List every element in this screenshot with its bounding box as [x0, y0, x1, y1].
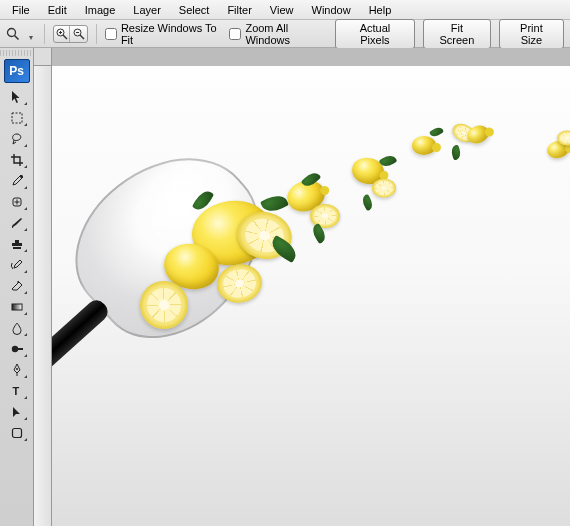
- crop-tool[interactable]: [5, 150, 29, 170]
- clone-stamp-tool[interactable]: [5, 234, 29, 254]
- svg-line-3: [63, 35, 67, 39]
- separator: [44, 24, 45, 44]
- lemon-whole: [412, 136, 436, 155]
- tools-panel: Ps T: [0, 48, 34, 526]
- zoom-mode-toggle[interactable]: [53, 25, 88, 43]
- gradient-tool[interactable]: [5, 297, 29, 317]
- eyedropper-tool[interactable]: [5, 171, 29, 191]
- menu-window[interactable]: Window: [304, 2, 359, 18]
- panel-grip[interactable]: [0, 50, 33, 56]
- svg-line-1: [15, 35, 19, 39]
- svg-rect-15: [12, 304, 22, 310]
- svg-point-0: [8, 28, 16, 36]
- vertical-ruler[interactable]: [34, 66, 52, 526]
- type-tool[interactable]: T: [5, 381, 29, 401]
- ruler-origin[interactable]: [34, 48, 52, 66]
- fit-screen-button[interactable]: Fit Screen: [423, 19, 491, 49]
- menu-select[interactable]: Select: [171, 2, 218, 18]
- zoom-in-icon[interactable]: [54, 26, 71, 42]
- menu-file[interactable]: File: [4, 2, 38, 18]
- pen-tool[interactable]: [5, 360, 29, 380]
- marquee-tool[interactable]: [5, 108, 29, 128]
- svg-rect-20: [12, 429, 21, 438]
- svg-point-10: [20, 175, 23, 178]
- lemon-half: [557, 131, 570, 146]
- svg-line-14: [15, 282, 19, 286]
- document-viewport[interactable]: [52, 66, 570, 526]
- menu-view[interactable]: View: [262, 2, 302, 18]
- svg-line-7: [80, 35, 84, 39]
- menu-image[interactable]: Image: [77, 2, 124, 18]
- ps-logo-icon: Ps: [4, 59, 30, 83]
- main-menu-bar: File Edit Image Layer Select Filter View…: [0, 0, 570, 20]
- actual-pixels-button[interactable]: Actual Pixels: [335, 19, 415, 49]
- path-selection-tool[interactable]: [5, 402, 29, 422]
- lemon-half: [140, 281, 188, 329]
- svg-rect-9: [12, 113, 22, 123]
- print-size-button[interactable]: Print Size: [499, 19, 564, 49]
- tool-preset-dropdown[interactable]: [29, 30, 36, 38]
- blur-tool[interactable]: [5, 318, 29, 338]
- menu-edit[interactable]: Edit: [40, 2, 75, 18]
- zoom-all-label: Zoom All Windows: [245, 22, 327, 46]
- shape-tool[interactable]: [5, 423, 29, 443]
- separator: [96, 24, 97, 44]
- menu-filter[interactable]: Filter: [219, 2, 259, 18]
- menu-layer[interactable]: Layer: [125, 2, 169, 18]
- leaf: [449, 144, 462, 160]
- menu-help[interactable]: Help: [361, 2, 400, 18]
- brush-tool[interactable]: [5, 213, 29, 233]
- zoom-all-input[interactable]: [229, 28, 241, 40]
- zoom-tool-icon: [6, 26, 21, 42]
- lemon-half: [372, 178, 396, 197]
- canvas[interactable]: [52, 66, 570, 526]
- move-tool[interactable]: [5, 87, 29, 107]
- healing-brush-tool[interactable]: [5, 192, 29, 212]
- lasso-tool[interactable]: [5, 129, 29, 149]
- resize-windows-label: Resize Windows To Fit: [121, 22, 222, 46]
- resize-windows-input[interactable]: [105, 28, 117, 40]
- eraser-tool[interactable]: [5, 276, 29, 296]
- svg-rect-17: [18, 348, 23, 350]
- options-bar: Resize Windows To Fit Zoom All Windows A…: [0, 20, 570, 48]
- resize-windows-checkbox[interactable]: Resize Windows To Fit: [105, 22, 222, 46]
- svg-text:T: T: [12, 385, 19, 397]
- zoom-all-checkbox[interactable]: Zoom All Windows: [229, 22, 327, 46]
- svg-point-16: [11, 346, 17, 352]
- zoom-out-icon[interactable]: [70, 26, 86, 42]
- leaf: [360, 194, 375, 211]
- history-brush-tool[interactable]: [5, 255, 29, 275]
- svg-point-18: [16, 368, 18, 370]
- dodge-tool[interactable]: [5, 339, 29, 359]
